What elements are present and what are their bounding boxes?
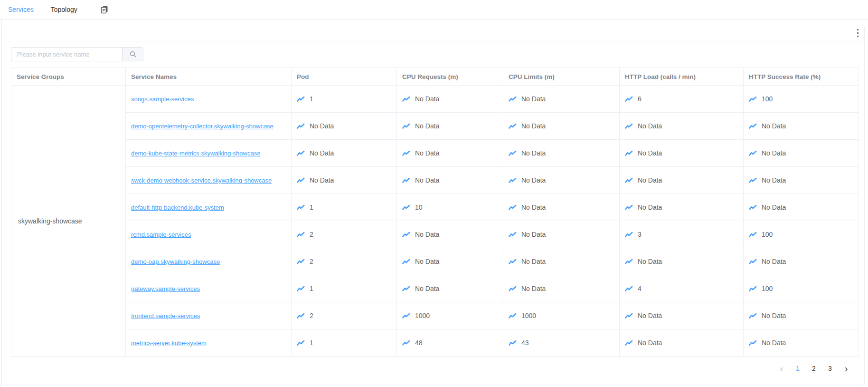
trend-chart-icon[interactable] [402,340,410,346]
trend-chart-icon[interactable] [749,340,757,346]
trend-chart-icon[interactable] [297,340,305,346]
service-name-cell: demo-opentelemetry-collector.skywalking-… [126,113,292,140]
trend-chart-icon[interactable] [402,96,410,102]
trend-chart-icon[interactable] [297,286,305,292]
trend-chart-icon[interactable] [297,123,305,129]
service-link[interactable]: demo-oap.skywalking-showcase [131,258,220,265]
trend-chart-icon[interactable] [509,340,517,346]
trend-chart-icon[interactable] [297,313,305,319]
trend-chart-icon[interactable] [402,286,410,292]
metric-value: 48 [415,339,423,347]
tab-topology[interactable]: Topology [51,6,77,13]
service-link[interactable]: songs.sample-services [131,96,194,103]
metric-value: 1000 [521,312,536,320]
page-number-1[interactable]: 1 [791,362,804,375]
trend-chart-icon[interactable] [509,177,517,184]
trend-chart-icon[interactable] [625,96,633,102]
trend-chart-icon[interactable] [625,177,633,184]
trend-chart-icon[interactable] [402,204,410,211]
trend-chart-icon[interactable] [625,150,633,156]
trend-chart-icon[interactable] [509,286,517,292]
trend-chart-icon[interactable] [625,232,633,238]
tab-services[interactable]: Services [8,6,34,13]
service-link[interactable]: frontend.sample-services [131,312,200,319]
trend-chart-icon[interactable] [402,177,410,184]
table-row: demo-oap.skywalking-showcase2No DataNo D… [11,248,859,275]
service-link[interactable]: swck-demo-webhook-service.skywalking-sho… [131,177,272,184]
trend-chart-icon[interactable] [749,123,757,129]
trend-chart-icon[interactable] [297,96,305,102]
metric-cell: 4 [620,275,744,302]
metric-cell: 6 [620,86,744,113]
metric-value: 43 [521,339,529,347]
trend-chart-icon[interactable] [749,177,757,184]
trend-chart-icon[interactable] [402,123,410,129]
trend-chart-icon[interactable] [509,204,517,211]
trend-chart-icon[interactable] [749,96,757,102]
metric-cell: No Data [397,248,503,275]
more-options-icon[interactable] [856,28,860,39]
trend-chart-icon[interactable] [297,259,305,265]
trend-chart-icon[interactable] [625,123,633,129]
service-link[interactable]: default-http-backend.kube-system [131,204,224,211]
search-icon [130,51,136,58]
trend-chart-icon[interactable] [625,313,633,319]
metric-value: No Data [415,177,439,184]
service-link[interactable]: gateway.sample-services [131,285,200,292]
service-link[interactable]: demo-kube-state-metrics.skywalking-showc… [131,150,260,157]
trend-chart-icon[interactable] [749,204,757,211]
search-button[interactable] [122,47,143,61]
trend-chart-icon[interactable] [509,123,517,129]
metric-value: 100 [762,96,773,103]
search-input[interactable] [11,47,122,61]
trend-chart-icon[interactable] [297,204,305,211]
copy-document-icon[interactable] [100,5,109,14]
trend-chart-icon[interactable] [625,204,633,211]
trend-chart-icon[interactable] [625,340,633,346]
trend-chart-icon[interactable] [509,96,517,102]
metric-cell: No Data [503,275,620,302]
trend-chart-icon[interactable] [297,150,305,156]
metric-cell: No Data [503,140,620,167]
trend-chart-icon[interactable] [749,259,757,265]
table-row: frontend.sample-services210001000No Data… [11,302,859,329]
metric-value: No Data [415,150,439,157]
service-link[interactable]: rcmd.sample-services [131,231,191,238]
next-page-icon[interactable]: › [840,362,853,375]
trend-chart-icon[interactable] [297,177,305,184]
trend-chart-icon[interactable] [509,313,517,319]
trend-chart-icon[interactable] [402,150,410,156]
prev-page-icon[interactable]: ‹ [775,362,788,375]
trend-chart-icon[interactable] [402,259,410,265]
trend-chart-icon[interactable] [402,232,410,238]
metric-value: No Data [762,339,786,347]
metric-cell: 1 [292,86,397,113]
metric-value: No Data [415,285,439,293]
metric-cell: No Data [397,167,503,194]
trend-chart-icon[interactable] [297,232,305,238]
trend-chart-icon[interactable] [749,286,757,292]
trend-chart-icon[interactable] [509,150,517,156]
trend-chart-icon[interactable] [749,150,757,156]
metric-cell: 100 [744,275,859,302]
trend-chart-icon[interactable] [509,259,517,265]
trend-chart-icon[interactable] [625,286,633,292]
trend-chart-icon[interactable] [402,313,410,319]
metric-value: No Data [521,258,546,266]
page-number-2[interactable]: 2 [807,362,821,375]
service-link[interactable]: metrics-server.kube-system [131,339,207,347]
page-number-3[interactable]: 3 [823,362,837,375]
metric-value: No Data [521,123,546,130]
metric-cell: No Data [620,113,744,140]
metric-cell: 1 [292,329,397,357]
trend-chart-icon[interactable] [625,259,633,265]
column-header: Pod [292,68,397,86]
metric-cell: 1 [292,194,397,221]
metric-value: No Data [762,123,786,130]
metric-value: 1 [310,339,313,347]
service-link[interactable]: demo-opentelemetry-collector.skywalking-… [131,123,274,130]
trend-chart-icon[interactable] [749,313,757,319]
trend-chart-icon[interactable] [509,232,517,238]
trend-chart-icon[interactable] [749,232,757,238]
service-name-cell: swck-demo-webhook-service.skywalking-sho… [126,167,292,194]
